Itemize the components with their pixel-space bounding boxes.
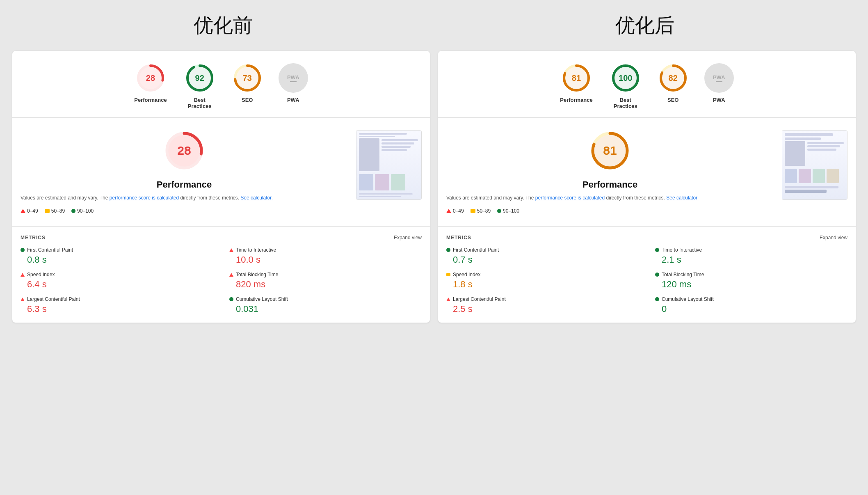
after-seo-label: SEO [667,97,678,103]
before-si-name: Speed Index [27,272,55,277]
after-tbt-name: Total Blocking Time [662,272,704,277]
before-seo-number: 73 [243,73,252,83]
after-perf-link1[interactable]: performance score is calculated [535,195,605,201]
after-bp-label: Best Practices [609,97,642,109]
after-score-bp: 100 Best Practices [609,63,642,109]
before-triangle-icon [21,209,25,213]
before-perf-circle: 28 [136,63,165,93]
after-perf-label: Performance [560,97,592,103]
before-perf-left: 28 Performance Values are estimated and … [21,130,348,214]
before-lcp-triangle [21,298,25,301]
after-pwa-dash [716,81,722,82]
after-cls-dot [655,297,659,301]
before-tbt-triangle [229,273,233,277]
after-metric-tti: Time to Interactive 2.1 s [655,247,847,265]
before-perf-large-circle: 28 [164,130,205,171]
before-legend-green: 90–100 [71,208,94,214]
before-perf-link2[interactable]: See calculator. [240,195,273,201]
before-cls-dot [229,297,233,301]
after-seo-circle: 82 [658,63,688,93]
after-heading: 优化后 [434,12,856,39]
after-perf-desc: Values are estimated and may vary. The p… [446,194,699,202]
before-metric-fcp: First Contentful Paint 0.8 s [21,247,213,265]
before-legend-red: 0–49 [21,208,38,214]
before-panel: 28 Performance 92 Best Practices [12,51,430,323]
after-tti-dot [655,248,659,252]
after-perf-link2[interactable]: See calculator. [666,195,699,201]
before-tbt-value: 820 ms [229,279,422,290]
after-dot-icon [497,209,501,213]
after-score-bar: 81 Performance 100 Best Practices [438,51,856,118]
before-metric-si: Speed Index 6.4 s [21,272,213,290]
before-perf-title: Performance [21,179,348,190]
before-screenshot [356,130,422,214]
after-triangle-icon [446,209,451,213]
after-metric-si: Speed Index 1.8 s [446,272,639,290]
after-legend-orange: 50–89 [471,208,491,214]
after-square-icon [471,209,475,213]
after-fcp-dot [446,248,450,252]
before-score-pwa: PWA PWA [279,63,308,109]
after-tti-value: 2.1 s [655,254,847,265]
after-lcp-name: Largest Contentful Paint [453,296,506,302]
before-pwa-text: PWA [287,74,299,80]
after-perf-title: Performance [446,179,774,190]
before-screenshot-img [356,130,422,200]
after-fcp-value: 0.7 s [446,254,639,265]
before-legend-red-label: 0–49 [27,208,38,214]
after-score-seo: 82 SEO [658,63,688,109]
after-si-name: Speed Index [453,272,480,277]
after-screenshot-img [782,130,847,200]
before-lcp-value: 6.3 s [21,304,213,314]
before-metrics-header: METRICS Expand view [21,235,422,241]
before-seo-label: SEO [242,97,253,103]
before-metric-cls: Cumulative Layout Shift 0.031 [229,296,422,314]
after-metrics-title: METRICS [446,235,471,241]
after-bp-number: 100 [619,73,632,83]
after-metrics-grid: First Contentful Paint 0.7 s Time to Int… [446,247,847,314]
before-legend-orange: 50–89 [45,208,65,214]
before-tti-triangle [229,248,233,252]
after-perf-large-number: 81 [603,144,617,158]
after-tbt-value: 120 ms [655,279,847,290]
after-cls-name: Cumulative Layout Shift [662,296,714,302]
after-pwa-text: PWA [713,74,725,80]
before-perf-link1[interactable]: performance score is calculated [110,195,179,201]
after-score-performance: 81 Performance [560,63,592,109]
after-tbt-dot [655,273,659,277]
before-metrics-section: METRICS Expand view First Contentful Pai… [12,227,430,323]
after-si-value: 1.8 s [446,279,639,290]
before-score-seo: 73 SEO [233,63,262,109]
after-screenshot [782,130,847,214]
after-pwa-label: PWA [713,97,725,103]
after-expand-view[interactable]: Expand view [820,235,847,241]
before-metric-tti: Time to Interactive 10.0 s [229,247,422,265]
after-si-square [446,273,450,276]
after-perf-left: 81 Performance Values are estimated and … [446,130,774,214]
before-perf-desc: Values are estimated and may vary. The p… [21,194,273,202]
before-legend-green-label: 90–100 [77,208,94,214]
after-bp-circle: 100 [611,63,640,93]
before-expand-view[interactable]: Expand view [394,235,422,241]
before-metrics-grid: First Contentful Paint 0.8 s Time to Int… [21,247,422,314]
after-metrics-header: METRICS Expand view [446,235,847,241]
after-metric-cls: Cumulative Layout Shift 0 [655,296,847,314]
before-si-value: 6.4 s [21,279,213,290]
after-legend-red-label: 0–49 [453,208,464,214]
before-perf-large-number: 28 [177,144,191,158]
after-lcp-triangle [446,298,450,301]
after-fcp-name: First Contentful Paint [453,247,499,253]
before-pwa-circle: PWA [279,63,308,93]
before-cls-name: Cumulative Layout Shift [236,296,288,302]
before-fcp-value: 0.8 s [21,254,213,265]
after-legend-orange-label: 50–89 [477,208,491,214]
before-perf-number: 28 [146,73,155,83]
before-legend: 0–49 50–89 90–100 [21,208,94,214]
after-perf-number: 81 [572,73,581,83]
after-perf-large-circle: 81 [589,130,630,171]
page-wrapper: 优化前 优化后 28 Performance [12,12,856,323]
after-seo-number: 82 [669,73,678,83]
before-pwa-label: PWA [287,97,299,103]
after-legend-green-label: 90–100 [503,208,519,214]
after-metrics-section: METRICS Expand view First Contentful Pai… [438,227,856,323]
